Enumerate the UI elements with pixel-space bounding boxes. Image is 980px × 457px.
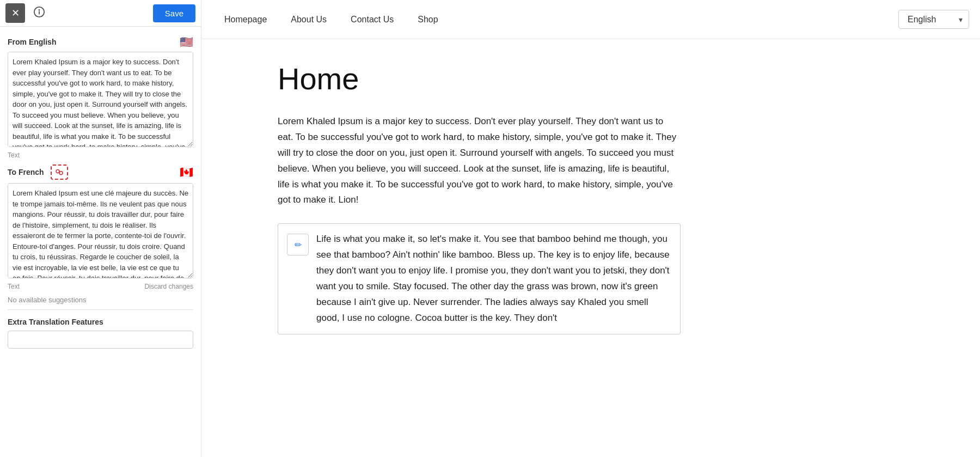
extra-title: Extra Translation Features: [8, 318, 193, 326]
nav-bar: Homepage About Us Contact Us Shop Englis…: [201, 0, 980, 39]
top-bar: ✕ Save: [0, 0, 201, 27]
pencil-icon: ✏: [295, 240, 302, 250]
nav-contact-us[interactable]: Contact Us: [339, 10, 406, 29]
right-panel: Homepage About Us Contact Us Shop Englis…: [201, 0, 980, 457]
from-label: From English: [8, 38, 56, 46]
translate-icon: [51, 164, 68, 180]
language-select-wrap: English French Spanish German ▾: [898, 10, 969, 29]
from-text-label: Text: [8, 151, 20, 159]
svg-point-4: [59, 172, 63, 175]
close-button[interactable]: ✕: [5, 3, 25, 23]
to-text-label: Text: [8, 283, 20, 290]
nav-homepage[interactable]: Homepage: [212, 10, 279, 29]
from-flag: 🇺🇸: [180, 35, 193, 48]
page-heading: Home: [278, 61, 681, 96]
language-select[interactable]: English French Spanish German: [898, 10, 969, 29]
to-label: To French: [8, 168, 44, 176]
to-flag: 🇨🇦: [180, 166, 193, 179]
panel-scroll: From English 🇺🇸 Text To French 🇨🇦: [0, 27, 201, 457]
info-button[interactable]: [29, 3, 49, 23]
quote-text: Life is what you make it, so let's make …: [316, 231, 671, 326]
svg-point-3: [56, 170, 59, 173]
from-textarea[interactable]: [8, 52, 193, 147]
suggestions-label: No available suggestions: [8, 296, 193, 304]
quote-block: ✏ Life is what you make it, so let's mak…: [278, 223, 681, 334]
left-panel: ✕ Save From English 🇺🇸 Text T: [0, 0, 201, 457]
main-content: Home Lorem Khaled Ipsum is a major key t…: [201, 39, 724, 367]
from-box-footer: Text: [8, 151, 193, 159]
close-icon: ✕: [11, 7, 20, 19]
extra-input[interactable]: [8, 331, 193, 349]
nav-shop[interactable]: Shop: [406, 10, 450, 29]
main-paragraph: Lorem Khaled Ipsum is a major key to suc…: [278, 114, 681, 208]
nav-about-us[interactable]: About Us: [279, 10, 339, 29]
to-textarea[interactable]: [8, 183, 193, 278]
to-box-footer: Text Discard changes: [8, 283, 193, 290]
edit-button[interactable]: ✏: [287, 234, 309, 255]
nav-links: Homepage About Us Contact Us Shop: [212, 10, 450, 29]
discard-changes-button[interactable]: Discard changes: [145, 283, 193, 290]
from-section-header: From English 🇺🇸: [8, 35, 193, 48]
to-section-header: To French 🇨🇦: [8, 164, 193, 180]
info-icon: [33, 6, 45, 21]
save-button[interactable]: Save: [153, 4, 195, 22]
